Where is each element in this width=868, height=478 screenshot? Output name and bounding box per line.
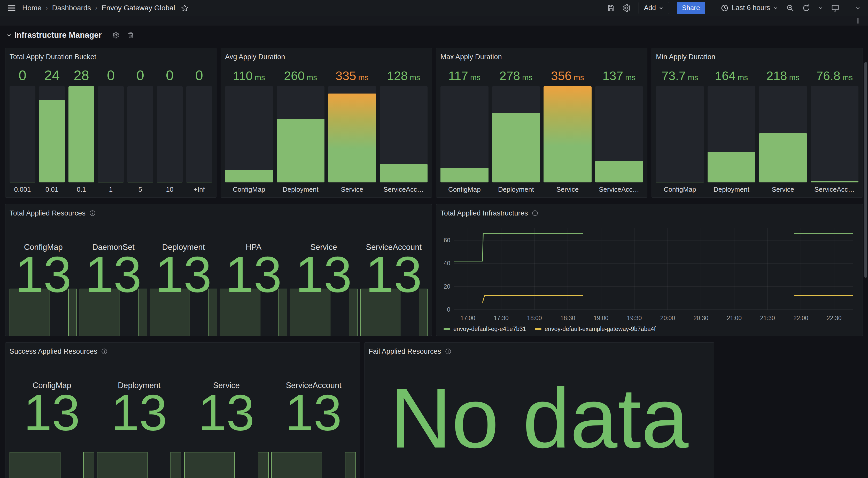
bar-value-number: 260 xyxy=(284,70,305,82)
x-axis-tick-label: 17:30 xyxy=(494,315,509,322)
bar-fill xyxy=(157,182,183,182)
bar-value-number: 218 xyxy=(767,70,787,82)
refresh-interval-chevron-icon[interactable] xyxy=(818,5,823,10)
sparkline-segment xyxy=(258,452,269,478)
bar-fill xyxy=(759,133,807,182)
bar-category-label: Deployment xyxy=(492,185,540,194)
stat-cell: ConfigMap13 xyxy=(9,219,77,336)
stat-sparkline xyxy=(271,452,356,478)
panel-title[interactable]: Total Applied Infrastructures xyxy=(440,209,528,217)
panel-title[interactable]: Min Apply Duration xyxy=(656,53,715,61)
bar-value-number: 335 xyxy=(336,70,356,82)
x-axis-tick-label: 22:30 xyxy=(827,315,842,322)
save-dashboard-icon[interactable] xyxy=(607,4,615,12)
star-icon[interactable] xyxy=(181,4,189,12)
panel-total-applied-infrastructures: Total Applied Infrastructures 020406017:… xyxy=(436,204,863,336)
bar-value: 278ms xyxy=(492,62,540,86)
share-button[interactable]: Share xyxy=(677,2,705,14)
panel-title[interactable]: Total Applied Resources xyxy=(9,209,86,217)
x-axis-tick-label: 17:00 xyxy=(460,315,475,322)
legend-item[interactable]: envoy-default-eg-e41e7b31 xyxy=(443,326,526,332)
stat-cell: Service13 xyxy=(290,219,357,336)
bar-gauge: 73.7msConfigMap164msDeployment218msServi… xyxy=(656,62,859,194)
bar-track xyxy=(186,86,212,182)
bar-value: 0 xyxy=(9,62,35,86)
bar-track xyxy=(595,86,643,182)
legend-series-name: envoy-default-eg-e41e7b31 xyxy=(454,326,526,332)
add-button[interactable]: Add xyxy=(639,2,669,14)
x-axis-tick-label: 20:00 xyxy=(660,315,675,322)
bar-gauge-column: 335msService xyxy=(328,62,376,194)
kiosk-mode-icon[interactable] xyxy=(831,4,839,12)
bar-value-number: 0 xyxy=(195,68,203,82)
bar-category-label: ServiceAcc… xyxy=(811,185,859,194)
bar-fill xyxy=(811,181,859,182)
bar-value-number: 24 xyxy=(44,68,60,82)
bar-gauge-column: 218msService xyxy=(759,62,807,194)
bar-gauge-column: 240.01 xyxy=(39,62,65,194)
zoom-out-icon[interactable] xyxy=(786,4,795,12)
breadcrumb-home[interactable]: Home xyxy=(22,4,41,12)
bar-value-number: 0 xyxy=(136,68,144,82)
bar-value-unit: ms xyxy=(625,73,636,82)
breadcrumb-current: Envoy Gateway Global xyxy=(101,4,175,12)
bar-category-label: ServiceAcc… xyxy=(380,185,428,194)
bar-category-label: 10 xyxy=(157,185,183,194)
bar-gauge-column: 278msDeployment xyxy=(492,62,540,194)
bar-track xyxy=(440,86,489,182)
panel-title[interactable]: Max Apply Duration xyxy=(440,53,502,61)
bar-gauge-column: 0+Inf xyxy=(186,62,212,194)
panel-title[interactable]: Fail Applied Resources xyxy=(369,348,441,356)
page-scrollbar-thumb[interactable] xyxy=(864,62,867,278)
panel-avg-apply-duration: Avg Apply Duration 110msConfigMap260msDe… xyxy=(221,48,432,198)
bar-track xyxy=(380,86,428,182)
bar-track xyxy=(708,86,755,182)
bar-value-number: 110 xyxy=(233,70,253,82)
info-icon[interactable] xyxy=(445,348,452,355)
stat-value: 13 xyxy=(285,392,342,434)
info-icon[interactable] xyxy=(89,210,96,216)
stat-cell: ConfigMap13 xyxy=(9,357,94,478)
bar-gauge-column: 76.8msServiceAcc… xyxy=(811,62,859,194)
panel-title[interactable]: Success Applied Resources xyxy=(9,348,97,356)
row-settings-icon[interactable] xyxy=(112,32,119,39)
dashboard-settings-icon[interactable] xyxy=(623,4,631,12)
bar-value-number: 278 xyxy=(499,70,520,82)
bar-category-label: 5 xyxy=(127,185,153,194)
bar-fill xyxy=(708,152,755,182)
panel-fail-applied-resources: Fail Applied Resources No data xyxy=(364,342,714,478)
bar-fill xyxy=(544,86,592,182)
chart-legend: envoy-default-eg-e41e7b31envoy-default-e… xyxy=(443,324,859,334)
bar-value: 117ms xyxy=(440,62,489,86)
bar-track xyxy=(127,86,153,182)
sparkline-segment xyxy=(271,452,322,478)
panel-title[interactable]: Total Apply Duration Bucket xyxy=(9,53,96,61)
bar-gauge-column: 164msDeployment xyxy=(708,62,755,194)
bar-fill xyxy=(9,182,35,182)
bar-fill xyxy=(328,93,376,182)
panel-title[interactable]: Avg Apply Duration xyxy=(225,53,285,61)
info-icon[interactable] xyxy=(532,210,538,216)
chevron-down-icon xyxy=(658,5,664,10)
stat-value: 13 xyxy=(24,392,80,434)
stat-cell: DaemonSet13 xyxy=(80,219,147,336)
toolbar-chevron-down-icon[interactable] xyxy=(855,5,861,11)
bar-value-unit: ms xyxy=(470,73,480,82)
stat-value: 13 xyxy=(225,254,282,296)
row-delete-icon[interactable] xyxy=(127,32,134,39)
bar-category-label: 1 xyxy=(98,185,124,194)
bar-value: 0 xyxy=(98,62,124,86)
info-icon[interactable] xyxy=(101,348,108,355)
bar-category-label: Service xyxy=(759,185,807,194)
breadcrumb-dashboards[interactable]: Dashboards xyxy=(52,4,91,12)
partial-panel-above xyxy=(0,16,868,26)
bar-gauge-column: 137msServiceAcc… xyxy=(595,62,643,194)
legend-item[interactable]: envoy-default-example-gateway-9b7aba4f xyxy=(535,326,656,332)
bar-value-number: 117 xyxy=(448,70,468,82)
time-range-picker[interactable]: Last 6 hours xyxy=(721,4,778,12)
refresh-icon[interactable] xyxy=(802,4,810,12)
menu-icon[interactable] xyxy=(7,4,16,12)
bar-value: 110ms xyxy=(225,62,273,86)
row-toggle-infrastructure-manager[interactable]: Infrastructure Manager xyxy=(6,30,102,40)
bar-fill xyxy=(225,170,273,182)
